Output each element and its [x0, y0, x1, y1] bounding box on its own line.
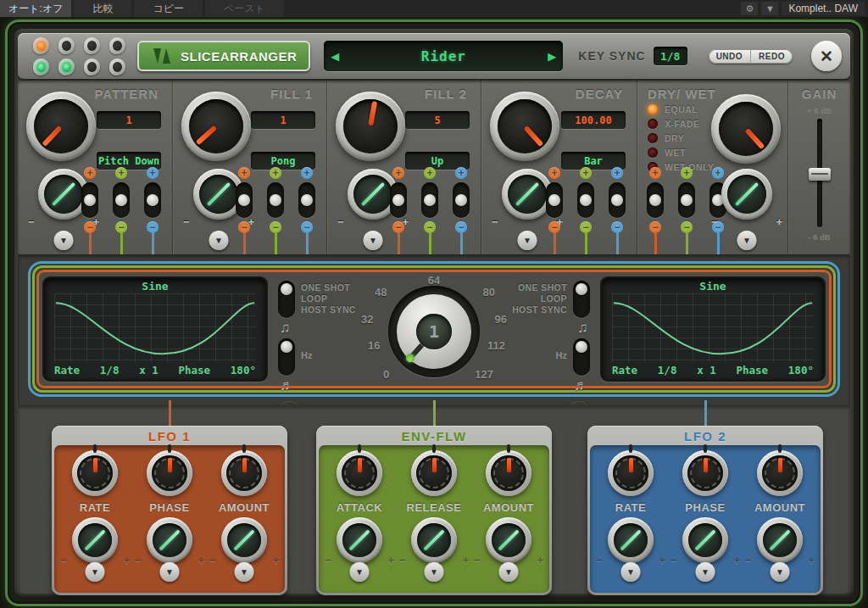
lfo2-wave-name[interactable]: Sine: [610, 280, 815, 293]
env-attack-mod-knob[interactable]: [337, 517, 382, 563]
plus-icon: +: [462, 554, 469, 566]
daw-output-label[interactable]: Komplet.. DAW: [782, 2, 865, 15]
lfo1-wave-name[interactable]: Sine: [53, 280, 258, 293]
fader-handle[interactable]: [809, 168, 831, 181]
pattern-knob[interactable]: [26, 92, 96, 161]
pattern-value-display[interactable]: 1: [97, 111, 161, 129]
led-button[interactable]: [33, 59, 49, 75]
lfo2-rate-mod-knob[interactable]: [608, 517, 654, 563]
env-attack-menu-button[interactable]: ▼: [350, 562, 370, 582]
drywet-lfo1-amount-slider[interactable]: + −: [646, 167, 665, 233]
fill1-value-display[interactable]: 1: [251, 111, 315, 129]
gear-icon[interactable]: ⚙: [741, 2, 758, 15]
option-label: DRY: [665, 133, 684, 143]
decay-mod-menu-button[interactable]: ▼: [518, 231, 537, 250]
drywet-option-equal[interactable]: EQUAL: [648, 104, 714, 114]
fill2-lfo2-amount-slider[interactable]: + −: [452, 167, 470, 233]
lfo2-phase-knob[interactable]: [682, 450, 728, 496]
copy-button[interactable]: コピー: [134, 0, 203, 17]
phase-value[interactable]: 180°: [231, 364, 256, 377]
fill2-knob[interactable]: [336, 92, 405, 161]
lfo1-rate-unit-switch[interactable]: [278, 338, 295, 376]
pattern-mod-menu-button[interactable]: ▼: [54, 231, 74, 250]
pattern-lfo2-amount-slider[interactable]: + −: [143, 167, 162, 233]
env-attack-knob[interactable]: [337, 450, 382, 496]
lfo2-amount-menu-button[interactable]: ▼: [771, 562, 790, 582]
decay-knob[interactable]: [490, 92, 559, 161]
lfo2-amount-mod-knob[interactable]: [757, 517, 803, 563]
led-button[interactable]: [58, 37, 75, 54]
slice-select-knob[interactable]: 1: [388, 286, 480, 377]
lfo2-rate-knob[interactable]: [608, 450, 654, 496]
decay-lfo1-amount-slider[interactable]: + −: [545, 167, 564, 233]
lfo2-rate-menu-button[interactable]: ▼: [621, 562, 641, 582]
drywet-mod-knob[interactable]: [721, 169, 772, 220]
decay-value-display[interactable]: 100.00: [561, 111, 626, 129]
close-icon[interactable]: ✕: [811, 41, 842, 71]
lfo2-phase-menu-button[interactable]: ▼: [696, 562, 715, 582]
preset-next-icon[interactable]: ▶: [548, 51, 556, 62]
rate-mult[interactable]: x 1: [697, 364, 716, 377]
drywet-knob[interactable]: [711, 94, 781, 164]
fill2-env-amount-slider[interactable]: + −: [420, 167, 439, 233]
fill1-mod-menu-button[interactable]: ▼: [209, 231, 229, 250]
led-button[interactable]: [109, 59, 125, 75]
redo-button[interactable]: REDO: [750, 49, 793, 64]
lfo1-phase-mod-knob[interactable]: [147, 517, 192, 563]
decay-env-amount-slider[interactable]: + −: [576, 167, 595, 233]
lfo1-phase-menu-button[interactable]: ▼: [160, 562, 180, 582]
undo-button[interactable]: UNDO: [709, 49, 750, 64]
led-button[interactable]: [33, 37, 49, 54]
compare-button[interactable]: 比較: [74, 0, 131, 17]
dropdown-arrow-icon[interactable]: ▼: [761, 2, 778, 15]
lfo2-wave-display[interactable]: Sine Rate 1/8 x 1 Phase 180°: [600, 276, 826, 382]
phase-value[interactable]: 180°: [788, 364, 814, 377]
lfo2-phase-mod-knob[interactable]: [682, 517, 728, 563]
fill1-lfo2-amount-slider[interactable]: + −: [298, 167, 316, 233]
decay-lfo2-amount-slider[interactable]: + −: [608, 167, 626, 233]
lfo1-trigger-mode-switch[interactable]: [278, 281, 295, 318]
lfo1-phase-knob[interactable]: [147, 450, 192, 496]
auto-mode-button[interactable]: オート:オフ: [0, 0, 71, 17]
fill2-value-display[interactable]: 5: [405, 111, 470, 129]
fill1-lfo1-amount-slider[interactable]: + −: [235, 167, 253, 233]
env-amount-menu-button[interactable]: ▼: [499, 562, 519, 582]
pattern-lfo1-amount-slider[interactable]: + −: [81, 167, 99, 233]
fill1-env-amount-slider[interactable]: + −: [266, 167, 285, 233]
fill2-mod-menu-button[interactable]: ▼: [364, 231, 383, 250]
drywet-env-amount-slider[interactable]: + −: [677, 167, 696, 233]
lfo1-wave-display[interactable]: Sine Rate 1/8 x 1 Phase 180°: [42, 276, 268, 382]
pattern-env-amount-slider[interactable]: + −: [112, 167, 131, 233]
paste-button[interactable]: ペースト: [205, 0, 284, 17]
rate-mult[interactable]: x 1: [139, 364, 159, 377]
env-amount-knob[interactable]: [486, 450, 531, 496]
lfo2-amount-knob[interactable]: [757, 450, 803, 496]
env-amount-mod-knob[interactable]: [486, 517, 531, 563]
lfo1-rate-mod-knob[interactable]: [72, 517, 118, 563]
rate-value[interactable]: 1/8: [100, 364, 120, 377]
gain-fader[interactable]: [807, 119, 832, 227]
drywet-option-wet[interactable]: WET: [648, 148, 714, 158]
lfo2-rate-unit-switch[interactable]: [573, 338, 590, 376]
lfo1-amount-knob[interactable]: [221, 450, 267, 496]
env-release-mod-knob[interactable]: [411, 517, 457, 563]
preset-prev-icon[interactable]: ◀: [331, 51, 339, 62]
key-sync-value[interactable]: 1/8: [654, 47, 687, 65]
lfo2-trigger-mode-switch[interactable]: [573, 281, 590, 318]
env-release-knob[interactable]: [411, 450, 457, 496]
fill2-lfo1-amount-slider[interactable]: + −: [389, 167, 408, 233]
preset-name[interactable]: Rider: [339, 48, 548, 64]
rate-value[interactable]: 1/8: [658, 364, 677, 377]
led-button[interactable]: [58, 59, 75, 75]
led-button[interactable]: [84, 59, 100, 75]
lfo1-rate-knob[interactable]: [72, 450, 118, 496]
lfo1-rate-menu-button[interactable]: ▼: [86, 562, 105, 582]
env-release-menu-button[interactable]: ▼: [425, 562, 444, 582]
lfo1-amount-mod-knob[interactable]: [221, 517, 267, 563]
drywet-mod-menu-button[interactable]: ▼: [737, 231, 757, 250]
fill1-knob[interactable]: [181, 92, 251, 161]
lfo1-amount-menu-button[interactable]: ▼: [235, 562, 254, 582]
led-button[interactable]: [84, 37, 100, 54]
led-button[interactable]: [109, 37, 125, 54]
plugin-header: SLICEARRANGER ◀ Rider ▶ KEY SYNC 1/8 UND…: [18, 33, 850, 79]
